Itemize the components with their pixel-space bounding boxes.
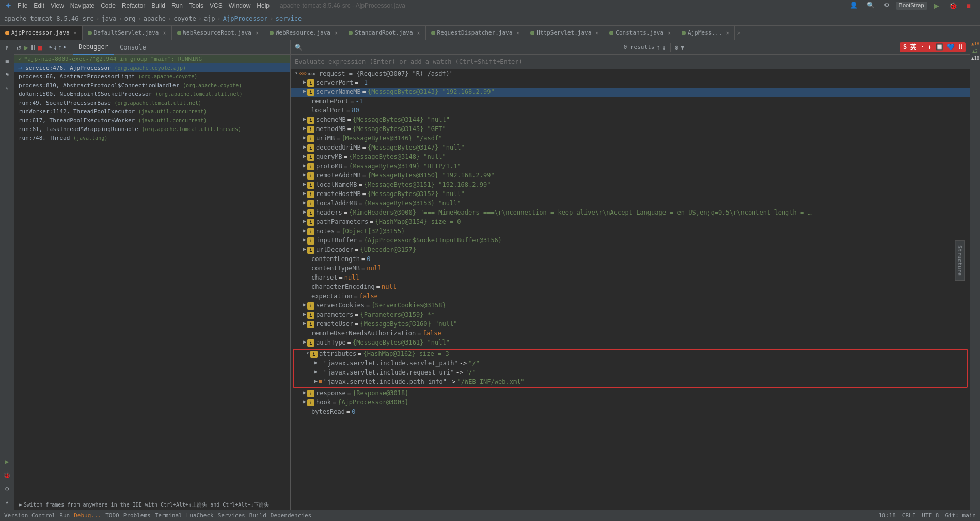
var-inputbuffer[interactable]: ▶ i inputBuffer = {AjpProcessor$SocketIn… bbox=[291, 236, 970, 246]
tab-console[interactable]: Console bbox=[115, 40, 151, 55]
tab-close[interactable]: ✕ bbox=[335, 30, 338, 36]
var-remoteuser[interactable]: ▶ i remoteUser = {MessageBytes@3160} "nu… bbox=[291, 320, 970, 329]
project-icon[interactable]: P bbox=[2, 42, 13, 54]
bootstrap-label[interactable]: BootStrap bbox=[896, 2, 927, 10]
var-parameters[interactable]: ▶ i parameters = {Parameters@3159} ** bbox=[291, 311, 970, 320]
var-decodedurimb[interactable]: ▶ i decodedUriMB = {MessageBytes@3147} "… bbox=[291, 143, 970, 153]
tab-close[interactable]: ✕ bbox=[668, 30, 671, 36]
pause-btn[interactable]: ⏸ bbox=[29, 43, 37, 52]
path-ajp[interactable]: ajp bbox=[204, 15, 215, 22]
settings-sidebar-icon[interactable]: ⚙ bbox=[2, 483, 13, 494]
path-coyote[interactable]: coyote bbox=[173, 15, 196, 22]
search-icon[interactable]: 🔍 bbox=[864, 2, 878, 10]
var-remoteaddrmb[interactable]: ▶ i remoteAddrMB = {MessageBytes@3150} "… bbox=[291, 171, 970, 181]
tab-close[interactable]: ✕ bbox=[595, 30, 598, 36]
path-java[interactable]: java bbox=[102, 15, 117, 22]
var-contenttypemb[interactable]: contentTypeMB = null bbox=[291, 264, 970, 273]
problems-btn[interactable]: Problems bbox=[123, 512, 151, 519]
var-servlet-path[interactable]: ▶ ≡ "javax.servlet.include.servlet_path"… bbox=[294, 359, 967, 368]
var-authtype[interactable]: ▶ i authType = {MessageBytes@3161} "null… bbox=[291, 338, 970, 348]
terminal-btn[interactable]: Terminal bbox=[155, 512, 182, 519]
re-run-btn[interactable]: ↺ bbox=[17, 43, 21, 52]
var-urimb[interactable]: ▶ i uriMB = {MessageBytes@3146} "/asdf" bbox=[291, 134, 970, 143]
tab-close[interactable]: ✕ bbox=[516, 30, 519, 36]
stop-btn[interactable]: ■ bbox=[963, 2, 974, 10]
run-btn[interactable]: ▶ bbox=[930, 2, 942, 10]
tab-requestdispatcher[interactable]: RequestDispatcher.java ✕ bbox=[426, 26, 526, 40]
tab-close[interactable]: ✕ bbox=[256, 30, 259, 36]
menu-navigate[interactable]: Navigate bbox=[67, 2, 98, 9]
tab-ajpprocessor[interactable]: AjpProcessor.java ✕ bbox=[0, 26, 83, 40]
debug-sidebar-icon[interactable]: 🐞 bbox=[2, 469, 13, 481]
todo-btn[interactable]: TODO bbox=[105, 512, 119, 519]
var-characterencoding[interactable]: characterEncoding = null bbox=[291, 283, 970, 292]
stack-frame-2[interactable]: process:810, AbstractProtocol$Connection… bbox=[14, 81, 290, 90]
tab-webresourceroot[interactable]: WebResourceRoot.java ✕ bbox=[172, 26, 264, 40]
stack-frame-6[interactable]: run:617, ThreadPoolExecutor$Worker (java… bbox=[14, 116, 290, 125]
filter-icon[interactable]: ⚑ bbox=[19, 502, 22, 508]
var-remoteport[interactable]: remotePort = -1 bbox=[291, 97, 970, 106]
search-var-icon[interactable]: 🔍 bbox=[295, 44, 303, 51]
path-apache[interactable]: apache bbox=[144, 15, 166, 22]
menu-tools[interactable]: Tools bbox=[186, 2, 207, 9]
services-btn[interactable]: Services bbox=[218, 512, 245, 519]
tab-defaultservlet[interactable]: DefaultServlet.java ✕ bbox=[83, 26, 172, 40]
var-localaddrmb[interactable]: ▶ i localAddrMB = {MessageBytes@3153} "n… bbox=[291, 199, 970, 208]
var-contentlength[interactable]: contentLength = 0 bbox=[291, 255, 970, 264]
var-protomb[interactable]: ▶ i protoMB = {MessageBytes@3149} "HTTP/… bbox=[291, 162, 970, 171]
var-querymb[interactable]: ▶ i queryMB = {MessageBytes@3148} "null" bbox=[291, 153, 970, 162]
settings-var-icon[interactable]: ⚙ bbox=[675, 44, 678, 51]
version-control-btn[interactable]: Version Control bbox=[4, 512, 55, 519]
menu-refactor[interactable]: Refactor bbox=[119, 2, 148, 9]
run-to-cursor-btn[interactable]: ➤ bbox=[63, 44, 67, 51]
next-result[interactable]: ↓ bbox=[662, 44, 666, 51]
menu-edit[interactable]: Edit bbox=[30, 2, 48, 9]
tab-debugger[interactable]: Debugger bbox=[73, 40, 114, 55]
menu-file[interactable]: File bbox=[14, 2, 30, 9]
build-btn[interactable]: Build bbox=[249, 512, 266, 519]
stack-frame-3[interactable]: doRun:1500, NioEndpoint$SocketProcessor … bbox=[14, 90, 290, 99]
structure-tab[interactable]: Structure bbox=[955, 240, 965, 281]
stack-frame-8[interactable]: run:748, Thread (java.lang) bbox=[14, 134, 290, 142]
step-over-btn[interactable]: ↷ bbox=[49, 44, 52, 51]
stack-frame-5[interactable]: runWorker:1142, ThreadPoolExecutor (java… bbox=[14, 107, 290, 116]
var-bytesread[interactable]: bytesRead = 0 bbox=[291, 408, 970, 417]
var-servernamemb[interactable]: ▶ i serverNameMB = {MessageBytes@3143} "… bbox=[291, 88, 970, 97]
stack-frame-7[interactable]: run:61, TaskThread$WrappingRunnable (org… bbox=[14, 125, 290, 134]
var-urldecoder[interactable]: ▶ i urlDecoder = {UDecoder@3157} bbox=[291, 246, 970, 255]
filter-var-icon[interactable]: ▼ bbox=[681, 44, 684, 51]
star-icon[interactable]: ★ bbox=[2, 496, 13, 508]
tab-standardroot[interactable]: StandardRoot.java ✕ bbox=[343, 26, 426, 40]
eval-input[interactable] bbox=[295, 58, 966, 66]
dependencies-btn[interactable]: Dependencies bbox=[271, 512, 311, 519]
stack-frame-0[interactable]: ⟶ service:476, AjpProcessor (org.apache.… bbox=[14, 63, 290, 72]
tab-constants[interactable]: Constants.java ✕ bbox=[604, 26, 676, 40]
menu-view[interactable]: View bbox=[48, 2, 67, 9]
var-serverport[interactable]: ▶ i serverPort = -1 bbox=[291, 78, 970, 88]
var-headers[interactable]: ▶ i headers = {MimeHeaders@3000} "=== Mi… bbox=[291, 208, 970, 218]
var-expectation[interactable]: expectation = false bbox=[291, 292, 970, 301]
var-notes[interactable]: ▶ i notes = {Object[32]@3155} bbox=[291, 227, 970, 236]
var-hook[interactable]: ▶ i hook = {AjpProcessor@3003} bbox=[291, 398, 970, 408]
step-out-btn[interactable]: ↑ bbox=[58, 44, 62, 51]
var-remoteuserneeds[interactable]: remoteUserNeedsAuthorization = false bbox=[291, 329, 970, 338]
var-methodmb[interactable]: ▶ i methodMB = {MessageBytes@3145} "GET" bbox=[291, 125, 970, 134]
resume-btn[interactable]: ▶ bbox=[24, 43, 28, 52]
menu-run[interactable]: Run bbox=[168, 2, 186, 9]
settings-icon[interactable]: ⚙ bbox=[881, 2, 893, 10]
var-path-info[interactable]: ▶ ≡ "javax.servlet.include.path_info" ->… bbox=[294, 378, 967, 387]
path-root[interactable]: apache-tomcat-8.5.46-src bbox=[4, 15, 93, 22]
luacheck-btn[interactable]: LuaCheck bbox=[186, 512, 214, 519]
tab-close[interactable]: ✕ bbox=[417, 30, 420, 36]
tab-close[interactable]: ✕ bbox=[74, 30, 77, 36]
tab-httpservlet[interactable]: HttpServlet.java ✕ bbox=[525, 26, 604, 40]
var-localnamemb[interactable]: ▶ i localNameMB = {MessageBytes@3151} "1… bbox=[291, 181, 970, 190]
debug-run-btn[interactable]: 🐞 bbox=[945, 2, 960, 10]
vcs-icon[interactable]: ⑂ bbox=[2, 83, 13, 94]
tab-ajpmess[interactable]: AjpMess... ✕ bbox=[676, 26, 735, 40]
stack-frame-4[interactable]: run:49, SocketProcessorBase (org.apache.… bbox=[14, 99, 290, 107]
menu-help[interactable]: Help bbox=[254, 2, 273, 9]
var-charset[interactable]: charset = null bbox=[291, 273, 970, 283]
run-status-btn[interactable]: Run bbox=[59, 512, 70, 519]
var-request-uri[interactable]: ▶ ≡ "javax.servlet.include.request_uri" … bbox=[294, 368, 967, 378]
